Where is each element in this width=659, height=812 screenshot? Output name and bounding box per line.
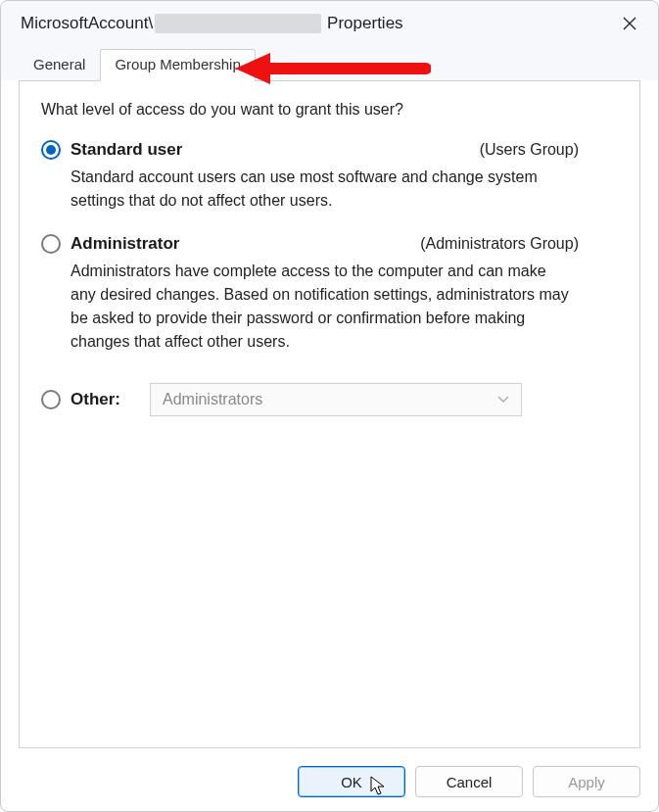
other-combo-value: Administrators <box>163 391 262 408</box>
title-prefix: MicrosoftAccount\ <box>21 14 153 33</box>
administrator-group: (Administrators Group) <box>420 235 618 253</box>
tab-general[interactable]: General <box>19 49 100 81</box>
radio-administrator[interactable] <box>41 234 61 254</box>
standard-user-group: (Users Group) <box>480 141 618 159</box>
radio-other[interactable] <box>41 390 61 409</box>
other-label: Other: <box>71 390 120 409</box>
radio-standard-user[interactable] <box>41 140 61 160</box>
properties-dialog: MicrosoftAccount\ Properties General Gro… <box>0 0 659 812</box>
access-prompt: What level of access do you want to gran… <box>41 101 618 119</box>
option-administrator: Administrator (Administrators Group) Adm… <box>41 234 618 354</box>
tab-group-membership[interactable]: Group Membership <box>100 49 255 81</box>
title-suffix: Properties <box>327 14 402 33</box>
other-group-combobox[interactable]: Administrators <box>150 383 522 416</box>
dialog-footer: OK Cancel Apply <box>1 756 658 811</box>
option-other: Other: Administrators <box>41 383 618 416</box>
close-icon <box>623 17 636 30</box>
standard-user-desc: Standard account users can use most soft… <box>71 166 570 213</box>
option-standard-user: Standard user (Users Group) Standard acc… <box>41 140 618 213</box>
tab-strip: General Group Membership <box>1 42 658 80</box>
redacted-username <box>155 14 321 33</box>
apply-button[interactable]: Apply <box>533 766 640 797</box>
titlebar: MicrosoftAccount\ Properties <box>1 1 658 42</box>
cancel-button[interactable]: Cancel <box>415 766 523 797</box>
administrator-desc: Administrators have complete access to t… <box>71 260 570 354</box>
window-title: MicrosoftAccount\ Properties <box>21 14 403 33</box>
ok-button[interactable]: OK <box>298 766 405 797</box>
close-button[interactable] <box>615 9 644 38</box>
administrator-label: Administrator <box>71 234 179 254</box>
chevron-down-icon <box>497 393 509 406</box>
standard-user-label: Standard user <box>71 140 182 160</box>
group-membership-panel: What level of access do you want to gran… <box>19 80 640 748</box>
